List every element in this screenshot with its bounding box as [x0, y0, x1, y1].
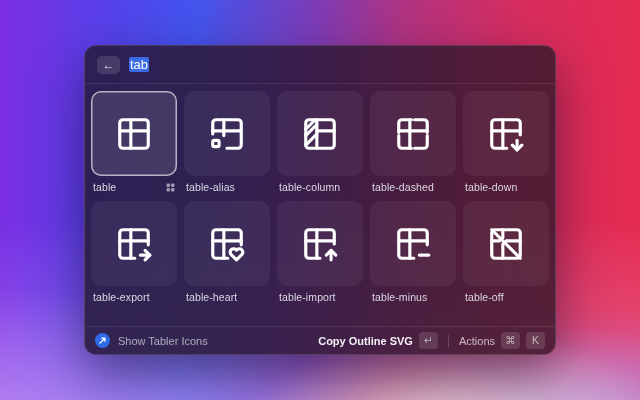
icon-tile [184, 91, 270, 176]
icon-name-label: table-column [279, 181, 340, 193]
search-bar: ← tab [85, 46, 555, 84]
table-export-icon [115, 225, 153, 263]
table-import-icon [301, 225, 339, 263]
table-minus-icon [394, 225, 432, 263]
table-alias-icon [208, 115, 246, 153]
icon-tile [91, 91, 177, 176]
icon-name-label: table-heart [186, 291, 237, 303]
icon-label-row: table-down [463, 176, 549, 201]
extension-name-label: Show Tabler Icons [118, 335, 208, 347]
icon-tile [277, 91, 363, 176]
grid-item-table-dashed[interactable]: table-dashed [370, 91, 456, 201]
icon-results-grid: table table-alias [85, 84, 555, 326]
footer-actions: Copy Outline SVG ↵ Actions ⌘ K [318, 332, 545, 349]
icon-label-row: table-export [91, 286, 177, 311]
tabler-logo-icon [95, 333, 110, 348]
table-dashed-icon [394, 115, 432, 153]
primary-action-label: Copy Outline SVG [318, 335, 413, 347]
icon-tile [463, 91, 549, 176]
icon-name-label: table-minus [372, 291, 427, 303]
table-off-icon [487, 225, 525, 263]
icon-label-row: table-dashed [370, 176, 456, 201]
icon-tile [370, 201, 456, 286]
copy-outline-svg-button[interactable]: Copy Outline SVG ↵ [318, 332, 438, 349]
k-key-badge: K [526, 332, 545, 349]
footer-extension-info: Show Tabler Icons [95, 333, 208, 348]
icon-label-row: table-alias [184, 176, 270, 201]
icon-label-row: table-off [463, 286, 549, 311]
icon-name-label: table-export [93, 291, 150, 303]
icon-label-row: table [91, 176, 177, 201]
grid-item-table-import[interactable]: table-import [277, 201, 363, 311]
icon-name-label: table [93, 181, 116, 193]
actions-button[interactable]: Actions ⌘ K [459, 332, 545, 349]
grid-item-table-down[interactable]: table-down [463, 91, 549, 201]
grid-item-table[interactable]: table [91, 91, 177, 201]
table-down-icon [487, 115, 525, 153]
grid-item-table-export[interactable]: table-export [91, 201, 177, 311]
grid-item-table-column[interactable]: table-column [277, 91, 363, 201]
icon-tile [277, 201, 363, 286]
icon-name-label: table-down [465, 181, 517, 193]
icon-name-label: table-alias [186, 181, 235, 193]
return-key-badge: ↵ [419, 332, 438, 349]
icon-name-label: table-off [465, 291, 504, 303]
grid-accessory-icon [166, 183, 175, 192]
grid-item-table-off[interactable]: table-off [463, 201, 549, 311]
footer-separator [448, 335, 449, 347]
back-arrow-icon: ← [103, 59, 115, 71]
actions-label: Actions [459, 335, 495, 347]
icon-name-label: table-import [279, 291, 336, 303]
icon-label-row: table-column [277, 176, 363, 201]
back-button[interactable]: ← [97, 56, 120, 74]
icon-label-row: table-heart [184, 286, 270, 311]
table-icon [115, 115, 153, 153]
table-column-icon [301, 115, 339, 153]
raycast-window: ← tab table [84, 45, 556, 355]
search-input[interactable]: tab [129, 57, 543, 72]
icon-tile [370, 91, 456, 176]
icon-tile [91, 201, 177, 286]
icon-label-row: table-minus [370, 286, 456, 311]
grid-item-table-alias[interactable]: table-alias [184, 91, 270, 201]
search-query-selected-text: tab [129, 57, 149, 72]
footer-bar: Show Tabler Icons Copy Outline SVG ↵ Act… [85, 326, 555, 354]
icon-tile [184, 201, 270, 286]
icon-tile [463, 201, 549, 286]
icon-name-label: table-dashed [372, 181, 434, 193]
desktop-wallpaper: ← tab table [0, 0, 640, 400]
grid-item-table-heart[interactable]: table-heart [184, 201, 270, 311]
command-key-badge: ⌘ [501, 332, 520, 349]
icon-label-row: table-import [277, 286, 363, 311]
table-heart-icon [208, 225, 246, 263]
grid-item-table-minus[interactable]: table-minus [370, 201, 456, 311]
